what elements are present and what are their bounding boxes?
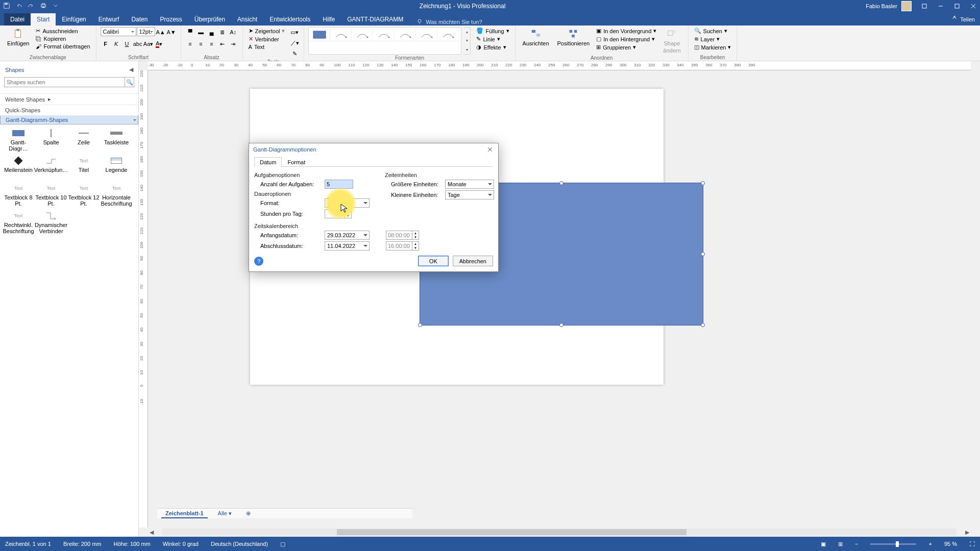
dialog-help-button[interactable]: ? <box>254 257 263 266</box>
hours-per-day-label: Stunden pro Tag: <box>260 211 322 217</box>
num-tasks-input[interactable] <box>325 180 353 189</box>
dialog-close-button[interactable] <box>486 145 494 154</box>
gantt-options-dialog: Gantt-Diagrammoptionen Datum Format Aufg… <box>249 143 499 272</box>
minor-units-label: Kleinere Einheiten: <box>391 192 442 198</box>
section-duration-options: Daueroptionen <box>254 191 370 197</box>
cancel-button[interactable]: Abbrechen <box>453 256 493 266</box>
section-time-range: Zeitskalenbereich <box>254 223 493 229</box>
section-task-options: Aufgabenoptionen <box>254 172 370 178</box>
start-date-picker[interactable]: 29.03.2022 <box>325 231 370 240</box>
dialog-tab-format[interactable]: Format <box>282 157 311 167</box>
dialog-title: Gantt-Diagrammoptionen <box>253 146 316 153</box>
dialog-tab-datum[interactable]: Datum <box>254 157 282 167</box>
ok-button[interactable]: OK <box>418 256 449 266</box>
start-time-spinner[interactable]: ▲▼ <box>386 231 419 240</box>
end-date-picker[interactable]: 11.04.2022 <box>325 241 370 251</box>
modal-overlay: Gantt-Diagrammoptionen Datum Format Aufg… <box>0 0 980 551</box>
major-units-label: Größere Einheiten: <box>391 181 442 187</box>
num-tasks-label: Anzahl der Aufgaben: <box>260 181 322 187</box>
minor-units-select[interactable]: Tage <box>445 190 494 199</box>
start-date-label: Anfangsdatum: <box>260 232 322 238</box>
section-time-units: Zeiteinheiten <box>385 172 494 178</box>
end-date-label: Abschlussdatum: <box>260 243 322 249</box>
end-time-input[interactable] <box>386 241 412 251</box>
format-label: Format: <box>260 200 322 206</box>
start-time-input[interactable] <box>386 231 412 240</box>
major-units-select[interactable]: Monate <box>445 180 494 189</box>
end-time-spinner[interactable]: ▲▼ <box>386 241 419 251</box>
cursor-icon <box>340 203 350 213</box>
